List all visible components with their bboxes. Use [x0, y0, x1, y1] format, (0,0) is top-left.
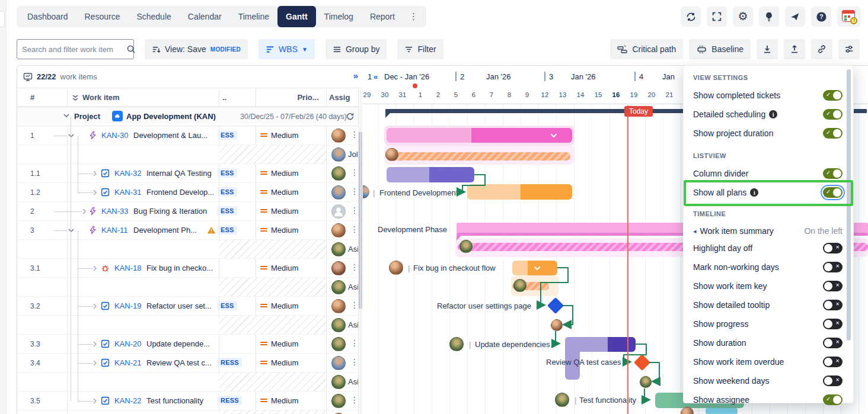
settings-gear-icon-button[interactable]: ⚙ [733, 7, 753, 27]
plan-row[interactable]: Asi [17, 373, 363, 391]
expand-chevron-icon[interactable] [68, 134, 74, 138]
table-row[interactable]: 1.1 KAN-32 Internal QA Testing ESS Mediu… [17, 164, 363, 183]
toggle-on[interactable]: ✓ [823, 128, 843, 139]
nav-tab-timeline[interactable]: Timeline [230, 6, 277, 27]
setting-show-project-duration[interactable]: Show project duration ✓ [693, 124, 843, 142]
column-assignee[interactable]: Assig [329, 93, 350, 102]
fullscreen-icon-button[interactable] [707, 7, 727, 27]
table-row[interactable]: 3.5 KAN-22 Test functionality RESS Mediu… [17, 391, 363, 410]
work-item-key[interactable]: KAN-33 [101, 207, 129, 216]
group-by-button[interactable]: Group by [326, 39, 387, 59]
setting-show-all-plans[interactable]: Show all plansi ✓ [693, 184, 843, 201]
expand-chevron-icon[interactable] [68, 229, 74, 233]
baseline-button[interactable]: Baseline [689, 39, 751, 59]
setting-show-work-item-overdue[interactable]: Show work item overdue ✕ [693, 353, 843, 371]
plan-row[interactable]: Asi [17, 316, 363, 335]
work-item-key[interactable]: KAN-19 [114, 301, 142, 310]
row-menu-icon[interactable]: ⋮ [350, 338, 359, 348]
project-collapse-chevron-icon[interactable] [63, 114, 69, 118]
table-row[interactable]: 3 KAN-11 Development Ph... ESS Medium ⋮ [17, 221, 363, 240]
setting-show-weekend-days[interactable]: Show weekend days ✕ [693, 372, 843, 390]
wbs-dropdown[interactable]: WBS ▼ [259, 39, 315, 59]
setting-show-completed-tickets[interactable]: Show completed tickets ✓ [693, 86, 843, 104]
table-row[interactable]: 1 KAN-30 Development & Lau... ESS Medium… [17, 126, 363, 145]
nav-tab-timelog[interactable]: Timelog [316, 6, 362, 27]
row-menu-icon[interactable]: ⋮ [350, 168, 359, 177]
work-item-key[interactable]: KAN-21 [114, 358, 142, 367]
sidebar-expand-handle[interactable] [0, 11, 5, 27]
row-menu-icon[interactable]: ⋮ [350, 130, 359, 139]
sync-icon-button[interactable] [681, 7, 701, 27]
panel-scrollbar-thumb[interactable] [847, 69, 851, 341]
expand-list-icon[interactable]: » [353, 70, 358, 81]
setting-column-divider[interactable]: Column divider ✓ [693, 165, 843, 182]
scroll-back-icon[interactable]: « [374, 72, 377, 81]
column-status[interactable]: .. [222, 93, 226, 102]
table-row[interactable]: 3.1 KAN-18 Fix bug in checko... Medium ⋮ [17, 259, 363, 278]
table-row[interactable]: 2 KAN-33 Bug Fixing & Iteration ESS Medi… [17, 202, 363, 221]
column-work-item[interactable]: Work item [82, 93, 120, 102]
nav-tab-calendar[interactable]: Calendar [180, 6, 230, 27]
table-row[interactable]: 3.4 KAN-21 Review QA test c... RESS Medi… [17, 354, 363, 373]
row-menu-icon[interactable]: ⋮ [350, 357, 359, 367]
nav-tab-schedule[interactable]: Schedule [128, 6, 179, 27]
critical-path-button[interactable]: Critical path [610, 39, 683, 59]
search-input[interactable] [22, 45, 126, 54]
toggle-off[interactable]: ✕ [823, 319, 843, 329]
kan32-bar[interactable] [387, 167, 474, 182]
plan-row[interactable] [17, 410, 363, 414]
toggle-on[interactable]: ✓ [823, 187, 843, 198]
kan30-bar[interactable] [387, 128, 572, 143]
nav-tab-gantt[interactable]: Gantt [277, 6, 316, 27]
toggle-on[interactable]: ✓ [823, 90, 843, 101]
work-item-key[interactable]: KAN-30 [101, 131, 129, 140]
table-row[interactable]: 3.2 KAN-19 Refactor user set... ESS Medi… [17, 297, 363, 316]
work-item-key[interactable]: KAN-22 [114, 396, 142, 405]
toggle-off[interactable]: ✕ [823, 243, 843, 253]
toggle-off[interactable]: ✕ [823, 376, 843, 386]
setting-work-item-summary[interactable]: ◂Work item summary On the left [693, 222, 843, 240]
setting-show-progress[interactable]: Show progress ✕ [693, 315, 843, 333]
planner-calendar-icon-button[interactable] [837, 7, 861, 27]
work-item-key[interactable]: KAN-11 [101, 226, 128, 235]
work-item-key[interactable]: KAN-32 [114, 169, 142, 178]
row-menu-icon[interactable]: ⋮ [350, 262, 359, 272]
row-menu-icon[interactable]: ⋮ [350, 300, 359, 310]
toggle-off[interactable]: ✕ [823, 357, 843, 367]
toggle-off[interactable]: ✕ [823, 262, 843, 272]
toggle-off[interactable]: ✕ [823, 281, 843, 291]
nav-more-icon[interactable]: ⋮ [403, 11, 424, 22]
setting-show-assignee[interactable]: Show assignee ✓ [693, 391, 843, 409]
toggle-off[interactable]: ✕ [823, 300, 843, 310]
project-row[interactable]: Project App Development (KAN) 30/Dec/25 … [17, 107, 363, 126]
setting-show-duration[interactable]: Show duration ✕ [693, 334, 843, 352]
row-menu-icon[interactable]: ⋮ [350, 187, 359, 196]
work-item-key[interactable]: KAN-18 [114, 264, 142, 272]
plan-row[interactable]: Jol [17, 145, 363, 164]
toggle-on[interactable]: ✓ [823, 394, 843, 405]
setting-highlight-day-off[interactable]: Highlight day off ✕ [693, 239, 843, 257]
table-row[interactable]: 1.2 KAN-31 Frontend Develop... ESS Mediu… [17, 183, 363, 202]
row-menu-icon[interactable]: ⋮ [350, 395, 359, 405]
upload-button[interactable] [784, 39, 805, 59]
download-button[interactable] [757, 39, 778, 59]
toggle-on[interactable]: ✓ [823, 109, 843, 120]
project-refresh-icon[interactable] [346, 112, 355, 121]
kan20-bar[interactable] [565, 337, 636, 352]
bar-chevron-icon[interactable] [534, 266, 541, 271]
setting-detailed-scheduling[interactable]: Detailed schedulingi ✓ [693, 105, 843, 123]
nav-tab-dashboard[interactable]: Dashboard [19, 6, 76, 27]
column-num[interactable]: # [30, 93, 34, 102]
nav-tab-report[interactable]: Report [362, 6, 403, 27]
idea-bulb-icon-button[interactable] [759, 7, 779, 27]
collapse-all-icon[interactable] [72, 94, 79, 102]
row-menu-icon[interactable]: ⋮ [350, 224, 359, 234]
filter-button[interactable]: Filter [397, 39, 443, 59]
plan-row[interactable]: Asi [17, 240, 363, 259]
nav-tab-resource[interactable]: Resource [76, 6, 129, 27]
setting-show-work-item-key[interactable]: Show work item key ✕ [693, 277, 843, 295]
bar-chevron-icon[interactable] [550, 133, 557, 138]
setting-mark-non-working-days[interactable]: Mark non-working days ✕ [693, 258, 843, 276]
help-icon-button[interactable]: ? [811, 7, 831, 27]
kan30-plan-bar[interactable] [388, 152, 570, 161]
